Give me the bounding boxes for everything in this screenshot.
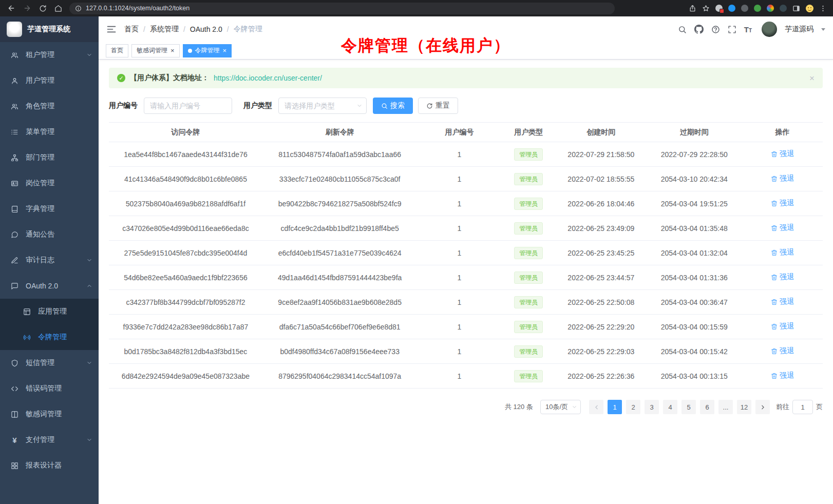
- page-button-1[interactable]: 1: [608, 400, 622, 414]
- sidebar-item-label: 敏感词管理: [26, 410, 62, 419]
- force-logout-button[interactable]: 强退: [771, 371, 794, 380]
- sidebar-item-user[interactable]: 用户管理: [0, 68, 99, 93]
- extension-icon[interactable]: [715, 5, 723, 12]
- create-time-cell: 2022-06-25 22:50:08: [556, 290, 647, 315]
- page-button-3[interactable]: 3: [645, 400, 659, 414]
- sidebar-item-app[interactable]: 应用管理: [0, 299, 99, 324]
- force-logout-button[interactable]: 强退: [771, 199, 794, 208]
- expire-time-cell: 2054-03-04 01:31:36: [647, 265, 742, 290]
- goto-page-input[interactable]: [792, 400, 813, 414]
- browser-nav-buttons: [5, 4, 62, 12]
- force-logout-button[interactable]: 强退: [771, 297, 794, 306]
- force-logout-button[interactable]: 强退: [771, 174, 794, 183]
- page-button-12[interactable]: 12: [737, 400, 751, 414]
- force-logout-button[interactable]: 强退: [771, 248, 794, 257]
- sidebar-item-notice[interactable]: 通知公告: [0, 222, 99, 247]
- sidebar-item-label: OAuth 2.0: [26, 282, 58, 290]
- logo-image: [7, 22, 22, 37]
- breadcrumb-item[interactable]: OAuth 2.0: [190, 25, 222, 33]
- sidebar-item-menu[interactable]: 菜单管理: [0, 119, 99, 145]
- help-icon[interactable]: [711, 25, 720, 34]
- main-area: 首页/系统管理/OAuth 2.0/令牌管理 TT 芋道源码 首页敏感词管理×令…: [99, 16, 833, 504]
- forward-icon[interactable]: [23, 4, 31, 12]
- force-logout-button[interactable]: 强退: [771, 273, 794, 282]
- tab-sensitive-word[interactable]: 敏感词管理×: [131, 44, 180, 57]
- hamburger-icon[interactable]: [106, 24, 117, 34]
- site-info-icon[interactable]: [75, 5, 82, 12]
- fullscreen-icon[interactable]: [728, 25, 736, 34]
- create-time-cell: 2022-06-25 22:26:36: [556, 364, 647, 389]
- caret-down-icon[interactable]: [821, 28, 825, 31]
- sidebar-item-errcode[interactable]: 错误码管理: [0, 376, 99, 401]
- github-icon[interactable]: [694, 25, 704, 34]
- breadcrumb-item[interactable]: 系统管理: [150, 25, 179, 34]
- font-size-icon[interactable]: TT: [744, 26, 752, 33]
- prev-page-button[interactable]: [589, 400, 603, 414]
- page-button-2[interactable]: 2: [626, 400, 640, 414]
- sidebar-item-dict[interactable]: 字典管理: [0, 196, 99, 222]
- table-row: 6d842e2924594de9a09e45e087323abe8796295f…: [109, 364, 823, 389]
- sidebar-item-sensitive[interactable]: 敏感词管理: [0, 401, 99, 427]
- sidebar-item-log[interactable]: 审计日志: [0, 247, 99, 273]
- user-type-badge: 管理员: [514, 272, 543, 284]
- page-button-5[interactable]: 5: [681, 400, 696, 414]
- force-logout-button[interactable]: 强退: [771, 223, 794, 232]
- sidebar-item-sms[interactable]: 短信管理: [0, 350, 99, 376]
- extension-icon[interactable]: [728, 5, 735, 12]
- extension-icon[interactable]: [741, 5, 748, 12]
- sidebar-item-label: 短信管理: [26, 358, 54, 367]
- alert-close-icon[interactable]: ×: [809, 74, 815, 83]
- sidebar-item-token[interactable]: 令牌管理: [0, 324, 99, 350]
- side-panel-icon[interactable]: [792, 5, 800, 12]
- page-button-6[interactable]: 6: [700, 400, 714, 414]
- sidebar-item-post[interactable]: 岗位管理: [0, 170, 99, 196]
- next-page-button[interactable]: [755, 400, 770, 414]
- sidebar-item-pay[interactable]: ¥支付管理: [0, 427, 99, 453]
- user-id-input[interactable]: [144, 98, 232, 114]
- page-button-4[interactable]: 4: [663, 400, 677, 414]
- column-header: 过期时间: [647, 123, 742, 142]
- bookmark-star-icon[interactable]: [702, 5, 710, 12]
- search-icon[interactable]: [678, 25, 687, 34]
- force-logout-button[interactable]: 强退: [771, 322, 794, 331]
- app-logo[interactable]: 芋道管理系统: [0, 16, 99, 42]
- extension-icon[interactable]: [767, 5, 774, 12]
- reload-icon[interactable]: [39, 5, 47, 12]
- sidebar-item-dept[interactable]: 部门管理: [0, 145, 99, 170]
- extension-icon[interactable]: [780, 5, 787, 12]
- reset-button[interactable]: 重置: [418, 98, 458, 114]
- page-size-select[interactable]: 10条/页: [540, 400, 581, 414]
- force-logout-button[interactable]: 强退: [771, 149, 794, 159]
- filter-bar: 用户编号 用户类型 搜索 重置: [109, 98, 823, 114]
- more-pages-button[interactable]: ...: [718, 400, 733, 414]
- action-cell: 强退: [742, 241, 823, 265]
- address-bar[interactable]: 127.0.0.1:1024/system/oauth2/token: [69, 3, 615, 14]
- share-icon[interactable]: [689, 5, 696, 12]
- back-icon[interactable]: [7, 4, 15, 12]
- browser-menu-icon[interactable]: [819, 5, 827, 12]
- user-type-select[interactable]: [278, 98, 367, 114]
- sidebar-item-tenant[interactable]: 租户管理: [0, 42, 99, 68]
- user-avatar[interactable]: [762, 22, 777, 37]
- close-icon[interactable]: ×: [171, 47, 175, 54]
- home-icon[interactable]: [54, 5, 62, 12]
- sidebar-item-role[interactable]: 角色管理: [0, 93, 99, 119]
- sidebar-item-report[interactable]: 报表设计器: [0, 453, 99, 478]
- extension-icon[interactable]: [754, 5, 761, 12]
- force-logout-button[interactable]: 强退: [771, 346, 794, 356]
- create-time-cell: 2022-07-29 21:58:50: [556, 142, 647, 167]
- sidebar-item-oauth[interactable]: OAuth 2.0: [0, 273, 99, 299]
- close-icon[interactable]: ×: [223, 47, 227, 54]
- doc-link[interactable]: https://doc.iocoder.cn/user-center/: [214, 74, 322, 82]
- breadcrumb-item[interactable]: 首页: [124, 25, 139, 34]
- tab-home[interactable]: 首页: [106, 44, 128, 57]
- tab-token[interactable]: 令牌管理×: [183, 44, 232, 57]
- profile-avatar-icon[interactable]: [806, 5, 813, 12]
- chevron-down-icon: [86, 257, 92, 263]
- expire-time-cell: 2054-03-04 00:36:47: [647, 290, 742, 315]
- search-button[interactable]: 搜索: [373, 98, 413, 114]
- sidebar-item-label: 字典管理: [26, 204, 54, 214]
- user-type-select-input[interactable]: [278, 98, 367, 114]
- table-row: 1ea5e44f8bc1467aaede43144f31de76811c5304…: [109, 142, 823, 167]
- user-type-cell: 管理员: [501, 191, 556, 216]
